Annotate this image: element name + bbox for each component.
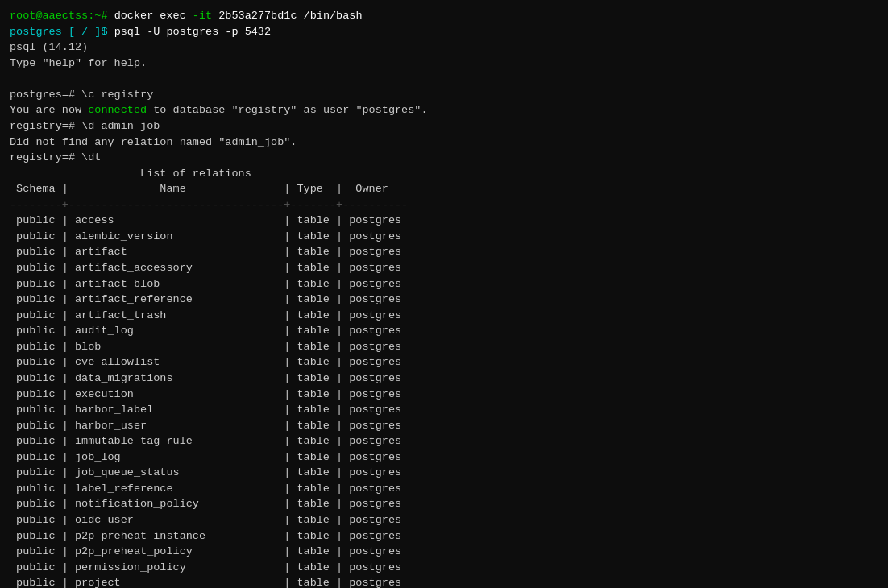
- cmd-docker: docker exec: [108, 10, 193, 22]
- line-cmd-c-registry: postgres=# \c registry: [10, 87, 878, 103]
- table-row: public | p2p_preheat_policy | table | po…: [10, 544, 878, 560]
- line-psql-version: psql (14.12): [10, 39, 878, 56]
- line-cmd-d-admin-job: registry=# \d admin_job: [10, 118, 878, 135]
- table-row: public | audit_log | table | postgres: [10, 323, 878, 339]
- table-row: public | oidc_user | table | postgres: [10, 512, 878, 528]
- line-help-hint: Type "help" for help.: [10, 56, 878, 72]
- prompt-user: root@aaectss:~#: [10, 10, 108, 22]
- table-row: public | data_migrations | table | postg…: [10, 371, 878, 387]
- table-row: public | alembic_version | table | postg…: [10, 229, 878, 245]
- table-row: public | p2p_preheat_instance | table | …: [10, 528, 878, 545]
- table-row: public | permission_policy | table | pos…: [10, 560, 878, 576]
- cmd-psql: psql -U postgres -p 5432: [108, 26, 272, 38]
- table-row: public | harbor_user | table | postgres: [10, 418, 878, 434]
- line-table-sep: --------+-------------------------------…: [10, 197, 878, 213]
- table-row: public | notification_policy | table | p…: [10, 496, 878, 512]
- table-row: public | project | table | postgres: [10, 575, 878, 588]
- line-not-found: Did not find any relation named "admin_j…: [10, 135, 878, 151]
- table-row: public | execution | table | postgres: [10, 387, 878, 403]
- table-row: public | job_queue_status | table | post…: [10, 465, 878, 481]
- table-row: public | cve_allowlist | table | postgre…: [10, 354, 878, 371]
- table-row: public | job_log | table | postgres: [10, 449, 878, 466]
- cmd-flag-it: -it: [193, 10, 212, 22]
- table-row: public | artifact_trash | table | postgr…: [10, 308, 878, 324]
- cmd-container: 2b53a277bd1c /bin/bash: [212, 10, 362, 22]
- line-psql-cmd: postgres [ / ]$ psql -U postgres -p 5432: [10, 24, 878, 40]
- table-row: public | artifact | table | postgres: [10, 244, 878, 260]
- table-row: public | artifact_blob | table | postgre…: [10, 276, 878, 292]
- table-row: public | harbor_label | table | postgres: [10, 402, 878, 418]
- terminal-window: root@aaectss:~# docker exec -it 2b53a277…: [10, 8, 878, 588]
- table-row: public | artifact_accessory | table | po…: [10, 260, 878, 276]
- table-row: public | artifact_reference | table | po…: [10, 292, 878, 308]
- table-row: public | access | table | postgres: [10, 213, 878, 229]
- prompt-path: postgres [ / ]$: [10, 26, 108, 38]
- table-rows: public | access | table | postgres publi…: [10, 213, 878, 588]
- table-row: public | label_reference | table | postg…: [10, 481, 878, 497]
- line-blank1: [10, 71, 878, 87]
- line-docker-exec: root@aaectss:~# docker exec -it 2b53a277…: [10, 8, 878, 24]
- connected-word: connected: [88, 104, 147, 116]
- table-row: public | immutable_tag_rule | table | po…: [10, 433, 878, 449]
- table-row: public | blob | table | postgres: [10, 339, 878, 355]
- line-table-header: Schema | Name | Type | Owner: [10, 181, 878, 197]
- line-list-header: List of relations: [10, 166, 878, 182]
- line-cmd-dt: registry=# \dt: [10, 150, 878, 166]
- line-connected: You are now connected to database "regis…: [10, 102, 878, 118]
